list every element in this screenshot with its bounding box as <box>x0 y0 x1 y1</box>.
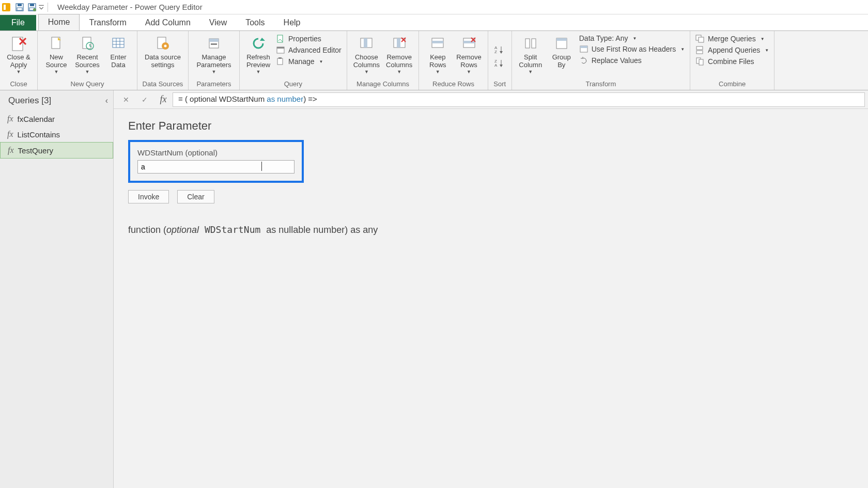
app-icon <box>2 3 10 11</box>
combine-files-icon <box>695 57 705 66</box>
ribbon-group-close: Close & Apply ▼ Close <box>0 31 38 90</box>
qat-dropdown-icon[interactable] <box>38 2 44 12</box>
parameter-label: WDStartNum (optional) <box>137 148 295 157</box>
advanced-editor-icon <box>276 45 285 55</box>
manage-parameters-button[interactable]: Manage Parameters ▼ <box>192 33 236 79</box>
merge-queries-button[interactable]: Merge Queries▼ <box>695 34 769 43</box>
svg-rect-31 <box>278 57 282 59</box>
tab-view[interactable]: View <box>200 15 236 30</box>
apply-icon[interactable] <box>27 2 37 12</box>
remove-columns-icon <box>390 34 409 53</box>
data-source-settings-button[interactable]: Data source settings <box>141 33 185 79</box>
query-item-label: TestQuery <box>18 146 53 155</box>
svg-rect-55 <box>556 38 567 41</box>
signature-optional: optional <box>166 225 199 235</box>
query-item-testquery[interactable]: fxTestQuery <box>0 142 113 159</box>
remove-rows-button[interactable]: Remove Rows ▼ <box>453 33 484 79</box>
content-area: Enter Parameter WDStartNum (optional) In… <box>114 109 868 488</box>
properties-button[interactable]: Properties <box>276 34 342 43</box>
data-source-settings-label: Data source settings <box>145 54 181 69</box>
parameter-input[interactable] <box>137 160 295 174</box>
formula-text: = ( optional WDStartNum <box>178 95 267 103</box>
tab-home[interactable]: Home <box>38 14 80 30</box>
group-label-manage-columns: Manage Columns <box>350 79 416 89</box>
close-apply-button[interactable]: Close & Apply ▼ <box>3 33 34 79</box>
ribbon-group-combine: Merge Queries▼ Append Queries▼ Combine F… <box>690 31 774 90</box>
new-source-label: New Source <box>45 54 67 69</box>
new-source-icon <box>47 34 66 53</box>
chevron-down-icon: ▼ <box>761 37 765 41</box>
choose-columns-label: Choose Columns <box>353 54 380 69</box>
invoke-button[interactable]: Invoke <box>128 190 169 203</box>
tab-add-column[interactable]: Add Column <box>136 15 200 30</box>
svg-rect-52 <box>525 39 530 48</box>
svg-marker-47 <box>500 51 503 54</box>
advanced-editor-button[interactable]: Advanced Editor <box>276 45 342 55</box>
refresh-preview-button[interactable]: Refresh Preview ▼ <box>243 33 274 79</box>
tab-tools[interactable]: Tools <box>236 15 274 30</box>
data-type-button[interactable]: Data Type: Any▼ <box>579 34 685 42</box>
manage-icon <box>276 57 285 66</box>
svg-rect-39 <box>432 41 443 43</box>
enter-data-button[interactable]: Enter Data <box>103 33 134 79</box>
queries-header-label: Queries [3] <box>8 96 51 106</box>
sidebar-header: Queries [3] ‹ <box>0 90 113 111</box>
group-label-close: Close <box>3 79 34 89</box>
replace-values-button[interactable]: Replace Values <box>579 56 685 65</box>
advanced-editor-label: Advanced Editor <box>288 46 342 54</box>
choose-columns-button[interactable]: Choose Columns ▼ <box>350 33 383 79</box>
first-row-headers-button[interactable]: Use First Row as Headers▼ <box>579 44 685 54</box>
tab-transform[interactable]: Transform <box>80 15 135 30</box>
group-label-sort: Sort <box>491 79 508 89</box>
signature-text: as nullable number) as any <box>266 225 378 235</box>
chevron-down-icon: ▼ <box>528 69 533 74</box>
refresh-preview-label: Refresh Preview <box>246 54 270 69</box>
query-item-fxcalendar[interactable]: fxfxCalendar <box>0 111 113 127</box>
recent-sources-button[interactable]: Recent Sources ▼ <box>72 33 103 79</box>
svg-rect-61 <box>696 51 703 54</box>
new-source-button[interactable]: New Source ▼ <box>41 33 72 79</box>
collapse-sidebar-icon[interactable]: ‹ <box>105 96 108 105</box>
ribbon-group-transform: Split Column ▼ Group By Data Type: Any▼ … <box>512 31 690 90</box>
append-icon <box>695 45 705 55</box>
remove-columns-button[interactable]: Remove Columns ▼ <box>383 33 415 79</box>
sort-desc-button[interactable]: ZA <box>494 58 505 68</box>
accept-formula-button[interactable]: ✓ <box>135 92 154 107</box>
cancel-formula-button[interactable]: ✕ <box>117 92 135 107</box>
data-source-settings-icon <box>153 34 172 53</box>
svg-rect-29 <box>277 47 284 49</box>
properties-icon <box>276 34 285 43</box>
button-row: Invoke Clear <box>128 190 854 203</box>
sort-asc-button[interactable]: AZ <box>494 45 505 54</box>
save-icon[interactable] <box>14 2 25 12</box>
append-queries-label: Append Queries <box>708 46 760 54</box>
group-by-button[interactable]: Group By <box>546 33 577 79</box>
combine-files-button[interactable]: Combine Files <box>695 57 769 66</box>
parameter-box: WDStartNum (optional) <box>128 140 304 183</box>
data-type-label: Data Type: Any <box>579 34 628 42</box>
split-column-button[interactable]: Split Column ▼ <box>515 33 546 79</box>
svg-marker-26 <box>260 38 265 41</box>
choose-columns-icon <box>357 34 376 53</box>
text-cursor-icon <box>261 162 262 171</box>
tab-help[interactable]: Help <box>274 15 310 30</box>
keep-rows-button[interactable]: Keep Rows ▼ <box>422 33 453 79</box>
append-queries-button[interactable]: Append Queries▼ <box>695 45 769 55</box>
close-apply-label: Close & Apply <box>7 54 30 69</box>
chevron-down-icon: ▼ <box>765 48 769 53</box>
headers-icon <box>579 44 588 54</box>
merge-icon <box>695 34 705 43</box>
tab-file[interactable]: File <box>0 15 36 30</box>
formula-input[interactable]: = ( optional WDStartNum as number) => <box>173 92 865 107</box>
ribbon-group-manage-columns: Choose Columns ▼ Remove Columns ▼ Manage… <box>347 31 420 90</box>
replace-values-label: Replace Values <box>592 56 642 65</box>
clear-button[interactable]: Clear <box>177 190 214 203</box>
manage-query-button[interactable]: Manage▼ <box>276 57 342 66</box>
keep-rows-icon <box>428 34 447 53</box>
combine-files-label: Combine Files <box>708 57 754 66</box>
recent-sources-icon <box>78 34 97 53</box>
group-by-label: Group By <box>552 54 571 69</box>
ribbon-group-reduce-rows: Keep Rows ▼ Remove Rows ▼ Reduce Rows <box>419 31 488 90</box>
signature-text: function ( <box>128 225 166 235</box>
query-item-listcontains[interactable]: fxListContains <box>0 127 113 142</box>
